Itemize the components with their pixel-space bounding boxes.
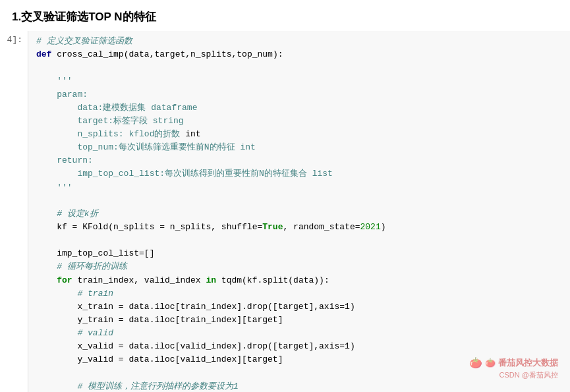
watermark: 🍅 🍅 番茄风控大数据 CSDN @番茄风控 — [469, 356, 558, 380]
comment-text: # 定义交叉验证筛选函数 — [36, 36, 132, 46]
code-line: target:标签字段 string — [36, 115, 562, 128]
code-line: # 设定k折 — [36, 208, 562, 221]
page-title: 1.交叉验证筛选TOP N的特征 — [12, 11, 156, 23]
code-line: param: — [36, 88, 562, 101]
code-line: imp_top_col_list=[] — [36, 247, 562, 260]
code-line: top_num:每次训练筛选重要性前N的特征 int — [36, 141, 562, 154]
tomato-icon: 🍅 — [469, 356, 482, 369]
watermark-logo: 🍅 🍅 番茄风控大数据 — [469, 356, 558, 369]
code-line: ''' — [36, 74, 562, 88]
code-line: ''' — [36, 181, 562, 194]
code-line: kf = KFold(n_splits = n_splits, shuffle=… — [36, 221, 562, 234]
page-header: 1.交叉验证筛选TOP N的特征 — [0, 0, 570, 31]
code-line — [36, 61, 562, 74]
code-line: return: — [36, 154, 562, 167]
code-line: x_valid = data.iloc[valid_index].drop([t… — [36, 340, 562, 353]
cell-label: 4]: — [0, 31, 28, 392]
code-line: for train_index, valid_index in tqdm(kf.… — [36, 274, 562, 287]
code-line: x_train = data.iloc[train_index].drop([t… — [36, 300, 562, 314]
watermark-name: 🍅 番茄风控大数据 — [485, 357, 558, 369]
notebook-cell: 4]: # 定义交叉验证筛选函数 def cross_cal_imp(data,… — [0, 31, 570, 392]
keyword-def: def — [36, 49, 51, 59]
page-container: 1.交叉验证筛选TOP N的特征 4]: # 定义交叉验证筛选函数 def cr… — [0, 0, 570, 392]
code-line: # train — [36, 287, 562, 300]
code-line: # 定义交叉验证筛选函数 — [36, 35, 562, 48]
code-line: def cross_cal_imp(data,target,n_splits,t… — [36, 48, 562, 61]
code-line: # 模型训练，注意行列抽样的参数要设为1 — [36, 380, 562, 392]
code-line: imp_top_col_list:每次训练得到的重要性前N的特征集合 list — [36, 167, 562, 181]
code-line: n_splits: kflod的折数 int — [36, 128, 562, 141]
code-line: y_train = data.iloc[train_index][target] — [36, 314, 562, 327]
code-line: # 循环每折的训练 — [36, 260, 562, 273]
watermark-sub: CSDN @番茄风控 — [499, 370, 558, 380]
cell-content[interactable]: # 定义交叉验证筛选函数 def cross_cal_imp(data,targ… — [28, 31, 570, 392]
code-line: data:建模数据集 dataframe — [36, 101, 562, 115]
code-line: # valid — [36, 327, 562, 340]
code-line — [36, 194, 562, 208]
code-line — [36, 234, 562, 247]
